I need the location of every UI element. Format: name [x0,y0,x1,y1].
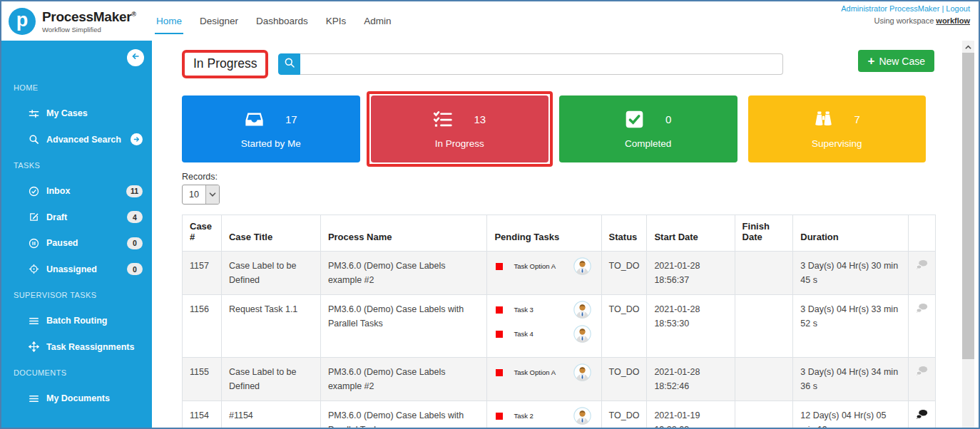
sidebar-item-my-cases[interactable]: My Cases [1,100,152,127]
search-input[interactable] [300,53,783,75]
sidebar-item-draft[interactable]: Draft4 [1,205,152,231]
nav-item-admin[interactable]: Admin [364,16,391,28]
account-separator: | [941,4,944,13]
nav-item-kpis[interactable]: KPIs [326,16,347,28]
workspace-prefix: Using workspace [874,16,936,25]
brand-tagline: Workflow Simplified [42,26,136,33]
logout-link[interactable]: Logout [946,4,970,13]
avatar-icon[interactable] [573,407,591,425]
account-user-link[interactable]: Administrator ProcessMaker [841,4,939,13]
sidebar: HOMEMy CasesAdvanced SearchTASKSInbox11D… [1,41,152,429]
cell-duration: 3 Day(s) 04 Hr(s) 30 min 45 s [793,252,909,295]
pending-task: Task Option A [491,257,596,275]
count-badge: 0 [127,237,143,249]
status-card-supervising[interactable]: 7Supervising [748,95,927,162]
count-badge: 4 [127,211,143,223]
sidebar-item-inbox[interactable]: Inbox11 [1,178,152,205]
sidebar-item-my-documents[interactable]: My Documents [1,386,152,412]
account-info: Administrator ProcessMaker | Logout Usin… [841,3,970,27]
nav-item-designer[interactable]: Designer [200,16,238,28]
column-header: Finish Date [735,215,793,252]
card-count: 7 [854,113,860,125]
cell-finish-date [735,295,793,358]
scrollbar-thumb[interactable] [962,53,974,359]
sidebar-item-task-reassignments[interactable]: Task Reassignments [1,334,152,361]
search-button[interactable] [278,53,300,75]
count-badge: 0 [127,263,143,275]
table-row[interactable]: 1157Case Label to be DefinedPM3.6.0 (Dem… [183,252,936,295]
card-count: 0 [665,113,671,125]
check-square-icon [625,110,644,129]
cell-case-title: #1154 [221,401,320,429]
table-row[interactable]: 1156Request Task 1.1PM3.6.0 (Demo) Case … [183,295,936,358]
column-header [908,215,935,252]
top-header: p ProcessMaker® Workflow Simplified Home… [1,1,979,41]
card-label: Started by Me [241,138,301,149]
chat-icon[interactable] [916,302,928,314]
cell-duration: 3 Day(s) 04 Hr(s) 34 min 36 s [793,358,909,401]
pause-circle-icon [29,238,39,249]
arrow-right-circle-icon[interactable] [131,133,143,145]
status-card-in-progress[interactable]: 13In Progress [371,95,549,162]
sidebar-collapse-button[interactable] [127,49,144,66]
cell-start-date: 2021-01-28 18:53:30 [647,295,735,358]
cell-pending-tasks: Task Option A [487,252,601,295]
table-row[interactable]: 1155Case Label to be DefinedPM3.6.0 (Dem… [183,358,936,401]
app-window: p ProcessMaker® Workflow Simplified Home… [0,0,980,429]
card-slot: 17Started by Me [182,95,360,162]
cell-case-title: Case Label to be Defined [221,252,320,295]
records-per-page-select[interactable]: 10 [182,185,220,205]
card-slot: 0Completed [559,95,737,162]
chat-icon[interactable] [916,259,928,271]
cell-pending-tasks: Task 3Task 4 [487,295,601,358]
chat-icon[interactable] [916,408,928,420]
main-nav: HomeDesignerDashboardsKPIsAdmin [156,14,392,28]
processmaker-logo-icon: p [9,8,36,35]
task-label: Task 3 [514,304,533,315]
cell-status: TO_DO [601,358,647,401]
list-icon [29,316,39,326]
new-case-button[interactable]: + New Case [858,50,934,72]
nav-item-home[interactable]: Home [156,16,182,28]
status-card-started-by-me[interactable]: 17Started by Me [182,95,360,162]
column-header: Status [601,215,647,252]
vertical-scrollbar[interactable] [962,41,974,428]
sidebar-menu: HOMEMy CasesAdvanced SearchTASKSInbox11D… [1,75,152,412]
card-slot: 13In Progress [371,95,549,162]
sidebar-section-title: TASKS [1,153,152,178]
task-label: Task 2 [514,410,533,421]
cell-process-name: PM3.6.0 (Demo) Case Labels example #2 [320,252,487,295]
table-row[interactable]: 1154#1154PM3.6.0 (Demo) Case Labels with… [183,401,936,429]
nav-item-dashboards[interactable]: Dashboards [256,16,308,28]
records-label: Records: [182,172,979,182]
column-header: Duration [793,215,909,252]
card-label: In Progress [435,138,484,149]
brand-name: ProcessMaker® [42,9,136,25]
avatar-icon[interactable] [573,257,591,275]
cell-case-number: 1156 [183,295,222,358]
column-header: Case # [183,215,222,252]
chat-icon[interactable] [916,365,928,377]
avatar-icon[interactable] [573,325,591,343]
sidebar-item-label: My Cases [46,108,88,118]
cell-comments [908,358,935,401]
pending-task: Task 3 [491,301,596,319]
move-icon [29,341,39,352]
cell-pending-tasks: Task Option A [487,358,601,401]
cell-case-number: 1155 [183,358,222,401]
pending-task: Task Option A [491,363,596,381]
avatar-icon[interactable] [573,301,591,319]
sidebar-item-unassigned[interactable]: Unassigned0 [1,257,152,283]
cell-case-number: 1157 [183,252,222,295]
workspace-link[interactable]: workflow [936,16,970,25]
task-status-square-icon [496,369,503,376]
sidebar-item-label: Batch Routing [46,316,107,326]
cell-duration: 12 Day(s) 04 Hr(s) 05 min 19 s [793,401,909,429]
column-header: Case Title [221,215,320,252]
status-card-completed[interactable]: 0Completed [559,95,737,162]
scrollbar-up-button[interactable] [962,41,974,53]
avatar-icon[interactable] [573,363,591,381]
sidebar-item-advanced-search[interactable]: Advanced Search [1,127,152,153]
sidebar-item-batch-routing[interactable]: Batch Routing [1,308,152,334]
sidebar-item-paused[interactable]: Paused0 [1,230,152,257]
